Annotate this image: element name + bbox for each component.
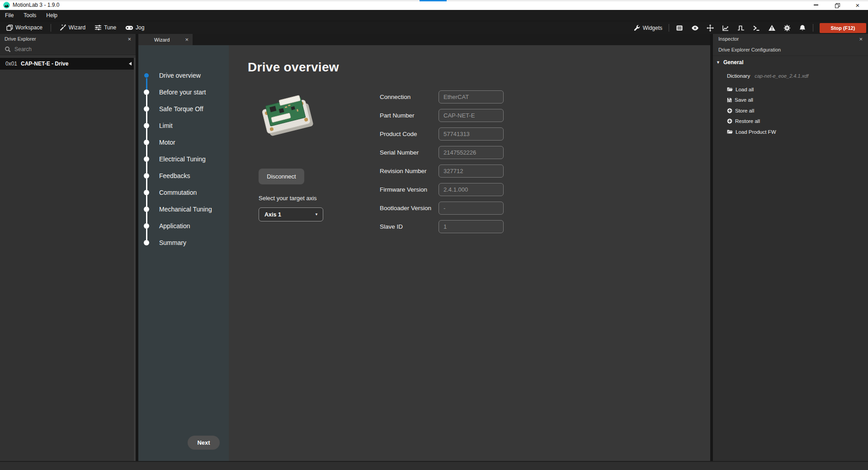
wizard-step[interactable]: Safe Torque Off [138, 100, 229, 117]
inspector-title: Inspector [718, 36, 739, 42]
form-field-row: Revision Number [380, 164, 504, 178]
inspector-action[interactable]: Load Product FW [727, 127, 776, 137]
wizard-stepper-panel: Drive overview Before your start Safe To… [138, 45, 229, 461]
wave-icon[interactable] [734, 23, 748, 33]
drive-explorer-device-item[interactable]: 0x01 CAP-NET-E - Drive [0, 58, 136, 70]
step-dot-icon [144, 240, 149, 245]
wizard-step[interactable]: Summary [138, 234, 229, 251]
drive-explorer-close-icon[interactable]: × [127, 36, 131, 42]
workspace-button[interactable]: Workspace [3, 23, 46, 33]
wizard-button[interactable]: Wizard [56, 23, 89, 33]
jog-button[interactable]: Jog [122, 23, 148, 33]
warning-icon[interactable] [765, 23, 778, 33]
step-label: Safe Torque Off [159, 105, 203, 113]
search-icon [5, 46, 11, 52]
save-icon [727, 98, 732, 103]
toolbar: Workspace Wizard Tune Jog Widgets [0, 21, 868, 34]
form-field-input[interactable] [439, 164, 504, 178]
search-input[interactable] [14, 46, 118, 52]
form-field-label: Serial Number [380, 149, 419, 156]
form-field-label: Firmware Version [380, 186, 427, 193]
wizard-step[interactable]: Feedbacks [138, 167, 229, 184]
menubar: File Tools Help [0, 10, 868, 21]
wizard-step[interactable]: Limit [138, 117, 229, 134]
menu-tools[interactable]: Tools [19, 10, 41, 21]
widgets-button[interactable]: Widgets [630, 23, 666, 33]
tune-button[interactable]: Tune [91, 23, 120, 33]
form-field-label: Part Number [380, 112, 415, 119]
form-field-label: Revision Number [380, 168, 427, 174]
drive-product-image [257, 89, 316, 142]
tab-wizard[interactable]: Wizard × [138, 34, 193, 45]
tab-close-icon[interactable]: × [181, 37, 193, 42]
maximize-restore-button[interactable] [826, 0, 847, 10]
collapse-left-icon[interactable] [129, 62, 132, 66]
step-dot-icon [144, 173, 149, 179]
form-field-input[interactable] [439, 127, 504, 141]
bell-icon[interactable] [796, 23, 809, 33]
app-logo-icon [3, 2, 10, 9]
wizard-step[interactable]: Application [138, 217, 229, 234]
wizard-step[interactable]: Electrical Tuning [138, 150, 229, 167]
step-label: Mechanical Tuning [159, 206, 212, 213]
close-window-button[interactable]: × [847, 0, 868, 10]
menu-file[interactable]: File [0, 10, 19, 21]
inspector-action[interactable]: Store all [727, 105, 776, 116]
titlebar: MotionLab 3 - 1.9.0 × [0, 0, 868, 10]
form-field-input[interactable] [439, 90, 504, 103]
wizard-step[interactable]: Motor [138, 134, 229, 150]
chevron-down-icon: ▼ [716, 60, 720, 65]
move-icon[interactable] [703, 23, 717, 33]
terminal-icon[interactable] [750, 23, 763, 33]
step-dot-icon [144, 156, 149, 162]
wizard-step[interactable]: Mechanical Tuning [138, 201, 229, 217]
wizard-step[interactable]: Before your start [138, 84, 229, 100]
form-field-label: Slave ID [380, 223, 403, 230]
form-field-input[interactable] [439, 109, 504, 122]
workspace-icon [6, 24, 13, 31]
toolbar-separator [51, 24, 51, 32]
step-label: Summary [159, 239, 186, 246]
next-button[interactable]: Next [188, 436, 220, 450]
plus-circle-icon [727, 108, 732, 113]
stop-button[interactable]: Stop (F12) [820, 23, 866, 33]
disconnect-button[interactable]: Disconnect [259, 169, 304, 184]
step-dot-icon [144, 73, 149, 78]
minimize-button[interactable] [806, 0, 826, 10]
step-label: Limit [159, 122, 173, 129]
step-label: Before your start [159, 89, 206, 96]
device-address: 0x01 [5, 61, 17, 67]
form-field-row: Slave ID [380, 220, 504, 233]
titlebar-accent [420, 0, 447, 1]
eye-icon[interactable] [688, 23, 702, 33]
inspector-action[interactable]: Load all [727, 84, 776, 95]
minimize-icon [814, 5, 818, 5]
search-bar [0, 44, 136, 55]
wizard-step[interactable]: Commutation [138, 184, 229, 201]
form-field-label: Product Code [380, 131, 417, 137]
form-field-input[interactable] [439, 183, 504, 196]
step-dot-icon [144, 106, 149, 112]
menu-help[interactable]: Help [41, 10, 62, 21]
window-title: MotionLab 3 - 1.9.0 [13, 2, 59, 8]
form-field-input[interactable] [439, 146, 504, 159]
inspector-action[interactable]: Restore all [727, 116, 776, 127]
dictionary-file: cap-net-e_eoe_2.4.1.xdf [755, 73, 808, 79]
gear-icon[interactable] [780, 23, 794, 33]
wrench-icon [633, 24, 641, 32]
form-field-input[interactable] [439, 202, 504, 215]
section-general[interactable]: ▼ General [713, 56, 868, 69]
app-window: MotionLab 3 - 1.9.0 × File Tools Help Wo… [0, 0, 868, 470]
wizard-step[interactable]: Drive overview [138, 67, 229, 84]
folder-open-icon [727, 87, 733, 92]
form-field-row: Connection [380, 90, 504, 103]
dictionary-row[interactable]: Dictionary cap-net-e_eoe_2.4.1.xdf [727, 73, 808, 79]
inspector-action[interactable]: Save all [727, 95, 776, 106]
chart-icon[interactable] [719, 23, 732, 33]
table-icon[interactable] [673, 23, 686, 33]
drive-explorer-title: Drive Explorer [5, 36, 36, 42]
inspector-close-icon[interactable]: × [859, 36, 863, 42]
form-field-input[interactable] [439, 220, 504, 233]
axis-select[interactable]: Axis 1 ▼ [259, 207, 323, 221]
inspector-actions: Load all Save all Store all Restore all … [727, 84, 776, 137]
